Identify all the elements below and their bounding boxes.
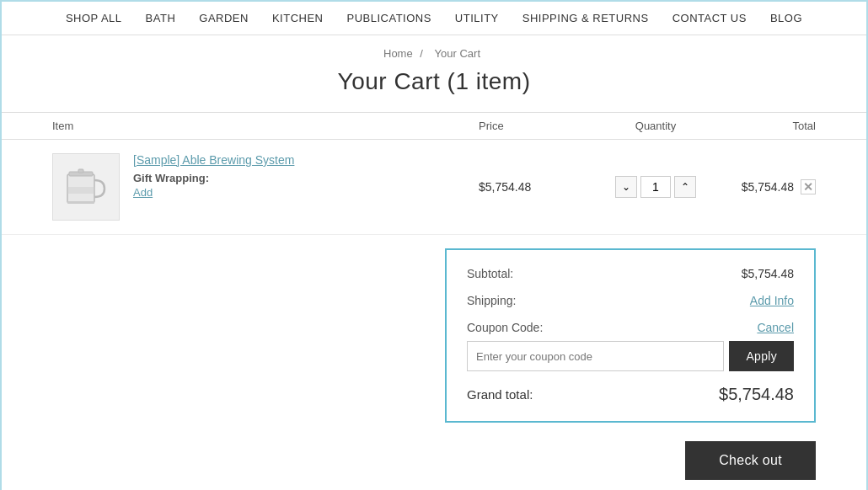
product-info: [Sample] Able Brewing System Gift Wrappi… bbox=[133, 153, 294, 199]
table-row: [Sample] Able Brewing System Gift Wrappi… bbox=[2, 140, 866, 235]
product-name-link[interactable]: [Sample] Able Brewing System bbox=[133, 153, 294, 167]
subtotal-label: Subtotal: bbox=[467, 267, 513, 280]
nav-shipping-returns[interactable]: SHIPPING & RETURNS bbox=[522, 12, 649, 24]
coupon-label: Coupon Code: bbox=[467, 321, 543, 334]
item-column: [Sample] Able Brewing System Gift Wrappi… bbox=[52, 153, 479, 221]
summary-section: Subtotal: $5,754.48 Shipping: Add Info C… bbox=[2, 235, 866, 431]
nav-bath[interactable]: BATH bbox=[146, 12, 176, 24]
main-nav: SHOP ALL BATH GARDEN KITCHEN PUBLICATION… bbox=[2, 2, 866, 35]
nav-shop-all[interactable]: SHOP ALL bbox=[66, 12, 122, 24]
gift-wrap-add-link[interactable]: Add bbox=[133, 186, 294, 199]
breadcrumb-current: Your Cart bbox=[435, 47, 480, 60]
quantity-input[interactable] bbox=[640, 176, 671, 198]
breadcrumb-separator: / bbox=[420, 47, 423, 60]
breadcrumb-home[interactable]: Home bbox=[383, 47, 413, 60]
product-image bbox=[52, 153, 120, 221]
grand-total-label: Grand total: bbox=[467, 387, 533, 402]
svg-rect-2 bbox=[78, 169, 83, 173]
shipping-add-info-link[interactable]: Add Info bbox=[750, 294, 794, 307]
subtotal-row: Subtotal: $5,754.48 bbox=[467, 267, 794, 280]
coupon-code-input[interactable] bbox=[467, 341, 724, 371]
header-item: Item bbox=[52, 120, 479, 132]
apply-coupon-button[interactable]: Apply bbox=[729, 341, 794, 371]
quantity-decrease-button[interactable]: ⌄ bbox=[615, 176, 637, 198]
nav-kitchen[interactable]: KITCHEN bbox=[272, 12, 324, 24]
checkout-button[interactable]: Check out bbox=[685, 441, 816, 480]
shipping-row: Shipping: Add Info bbox=[467, 294, 794, 307]
item-price: $5,754.48 bbox=[479, 180, 597, 194]
shipping-label: Shipping: bbox=[467, 294, 516, 307]
grand-total-value: $5,754.48 bbox=[719, 385, 794, 404]
summary-box: Subtotal: $5,754.48 Shipping: Add Info C… bbox=[445, 248, 816, 423]
nav-utility[interactable]: UTILITY bbox=[455, 12, 499, 24]
quantity-column: ⌄ ⌃ bbox=[597, 176, 715, 198]
nav-publications[interactable]: PUBLICATIONS bbox=[346, 12, 431, 24]
checkout-section: Check out bbox=[2, 431, 866, 490]
coupon-header: Coupon Code: Cancel bbox=[467, 321, 794, 334]
gift-wrap-label: Gift Wrapping: bbox=[133, 172, 294, 184]
header-quantity: Quantity bbox=[597, 120, 715, 132]
nav-garden[interactable]: GARDEN bbox=[199, 12, 249, 24]
svg-rect-3 bbox=[67, 187, 94, 194]
cart-table-header: Item Price Quantity Total bbox=[2, 112, 866, 140]
item-total: $5,754.48 ✕ bbox=[715, 179, 816, 194]
item-total-value: $5,754.48 bbox=[742, 180, 794, 194]
breadcrumb: Home / Your Cart bbox=[2, 35, 866, 65]
grand-total-row: Grand total: $5,754.48 bbox=[467, 385, 794, 404]
nav-contact-us[interactable]: CONTACT US bbox=[672, 12, 747, 24]
coupon-section: Coupon Code: Cancel Apply bbox=[467, 321, 794, 371]
subtotal-value: $5,754.48 bbox=[742, 267, 794, 280]
svg-rect-4 bbox=[67, 201, 94, 204]
nav-blog[interactable]: BLOG bbox=[770, 12, 802, 24]
header-price: Price bbox=[479, 120, 597, 132]
remove-item-button[interactable]: ✕ bbox=[801, 179, 816, 194]
page-title: Your Cart (1 item) bbox=[2, 65, 866, 112]
header-total: Total bbox=[715, 120, 816, 132]
quantity-increase-button[interactable]: ⌃ bbox=[674, 176, 696, 198]
coupon-input-row: Apply bbox=[467, 341, 794, 371]
coupon-cancel-link[interactable]: Cancel bbox=[757, 321, 794, 334]
